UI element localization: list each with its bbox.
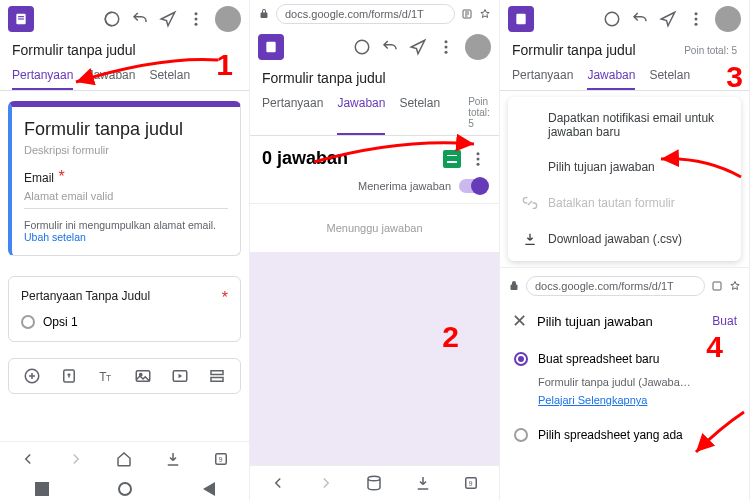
accepting-toggle[interactable] (459, 179, 487, 193)
nav-tabs-icon[interactable]: 9 (212, 450, 230, 468)
title-icon[interactable]: TT (97, 367, 115, 385)
waiting-label: Menunggu jawaban (250, 203, 499, 252)
reader-icon[interactable] (461, 8, 473, 20)
form-title[interactable]: Formulir tanpa judul (512, 42, 636, 58)
send-icon[interactable] (659, 10, 677, 28)
send-icon[interactable] (409, 38, 427, 56)
more-icon[interactable] (687, 10, 705, 28)
reader-icon[interactable] (711, 280, 723, 292)
learn-more-link[interactable]: Pelajari Selengkapnya (538, 394, 647, 406)
question-toolbar: TT (8, 358, 241, 394)
question-title[interactable]: Pertanyaan Tanpa Judul (21, 289, 150, 307)
sys-back-icon[interactable] (201, 482, 215, 496)
nav-home-icon[interactable] (115, 450, 133, 468)
sys-recent-icon[interactable] (35, 482, 49, 496)
undo-icon[interactable] (381, 38, 399, 56)
form-title[interactable]: Formulir tanpa judul (262, 70, 386, 86)
import-icon[interactable] (60, 367, 78, 385)
undo-icon[interactable] (131, 10, 149, 28)
unlink-icon (522, 195, 538, 211)
send-icon[interactable] (159, 10, 177, 28)
forms-logo[interactable] (508, 6, 534, 32)
panel-step-2: docs.google.com/forms/d/1T Formulir tanp… (250, 0, 500, 500)
address-bar: docs.google.com/forms/d/1T (250, 0, 499, 28)
required-star: * (222, 289, 228, 307)
more-icon[interactable] (187, 10, 205, 28)
close-icon[interactable]: ✕ (512, 310, 527, 332)
nav-bookmarks-icon[interactable] (365, 474, 383, 492)
nav-tabs-icon[interactable]: 9 (462, 474, 480, 492)
svg-point-32 (695, 18, 698, 21)
arrow-1 (70, 56, 220, 94)
download-icon (522, 231, 538, 247)
accepting-label: Menerima jawaban (358, 180, 451, 192)
sys-home-icon[interactable] (118, 482, 132, 496)
nav-download-icon[interactable] (414, 474, 432, 492)
tab-questions[interactable]: Pertanyaan (512, 62, 573, 90)
lock-icon (258, 8, 270, 20)
arrow-3 (655, 153, 745, 187)
nav-back-icon[interactable] (19, 450, 37, 468)
forms-logo[interactable] (8, 6, 34, 32)
svg-rect-29 (516, 14, 525, 25)
panel-step-1: Formulir tanpa judul Pertanyaan Jawaban … (0, 0, 250, 500)
svg-point-6 (195, 23, 198, 26)
image-icon[interactable] (134, 367, 152, 385)
star-icon[interactable] (479, 8, 491, 20)
email-input[interactable]: Alamat email valid (24, 186, 228, 209)
theme-icon[interactable] (103, 10, 121, 28)
arrow-2 (310, 128, 480, 172)
add-question-icon[interactable] (23, 367, 41, 385)
accepting-row: Menerima jawaban (250, 175, 499, 203)
menu-email-notify[interactable]: Dapatkan notifikasi email untuk jawaban … (508, 101, 741, 149)
forms-logo[interactable] (258, 34, 284, 60)
theme-icon[interactable] (603, 10, 621, 28)
more-icon[interactable] (437, 38, 455, 56)
url-field[interactable]: docs.google.com/forms/d/1T (526, 276, 705, 296)
change-settings-link[interactable]: Ubah setelan (24, 231, 86, 243)
tab-settings[interactable]: Setelan (649, 62, 690, 90)
option-label[interactable]: Opsi 1 (43, 315, 78, 329)
nav-download-icon[interactable] (164, 450, 182, 468)
nav-back-icon[interactable] (269, 474, 287, 492)
radio-icon (21, 315, 35, 329)
step-2: 2 (442, 320, 459, 354)
menu-download-csv[interactable]: Download jawaban (.csv) (508, 221, 741, 257)
url-field[interactable]: docs.google.com/forms/d/1T (276, 4, 455, 24)
star-icon[interactable] (729, 280, 741, 292)
email-label: Email (24, 171, 54, 185)
avatar[interactable] (215, 6, 241, 32)
svg-point-20 (355, 40, 369, 54)
points-total: Poin total: 5 (684, 45, 737, 56)
form-title-field[interactable]: Formulir tanpa judul (24, 119, 228, 140)
svg-rect-2 (18, 18, 24, 19)
question-card[interactable]: Pertanyaan Tanpa Judul* Opsi 1 (8, 276, 241, 342)
empty-area (250, 252, 499, 465)
nav-forward-icon (67, 450, 85, 468)
svg-rect-1 (18, 16, 24, 17)
svg-rect-15 (211, 378, 223, 382)
new-spreadsheet-name[interactable]: Formulir tanpa judul (Jawaba… (500, 376, 749, 392)
svg-point-4 (195, 12, 198, 15)
required-star: * (58, 168, 64, 185)
tab-questions[interactable]: Pertanyaan (12, 62, 73, 90)
form-desc-field[interactable]: Deskripsi formulir (24, 144, 228, 156)
svg-point-31 (695, 12, 698, 15)
app-topbar (0, 0, 249, 38)
video-icon[interactable] (171, 367, 189, 385)
lock-icon (508, 280, 520, 292)
svg-rect-19 (266, 42, 275, 53)
undo-icon[interactable] (631, 10, 649, 28)
theme-icon[interactable] (353, 38, 371, 56)
section-icon[interactable] (208, 367, 226, 385)
option-row[interactable]: Opsi 1 (21, 315, 228, 329)
tabs: Pertanyaan Jawaban Setelan (500, 62, 749, 91)
tab-responses[interactable]: Jawaban (587, 62, 635, 90)
browser-nav: 9 (0, 441, 249, 476)
browser-nav: 9 (250, 465, 499, 500)
avatar[interactable] (715, 6, 741, 32)
step-1: 1 (216, 48, 233, 82)
system-nav (0, 476, 249, 500)
avatar[interactable] (465, 34, 491, 60)
create-button[interactable]: Buat (712, 314, 737, 328)
